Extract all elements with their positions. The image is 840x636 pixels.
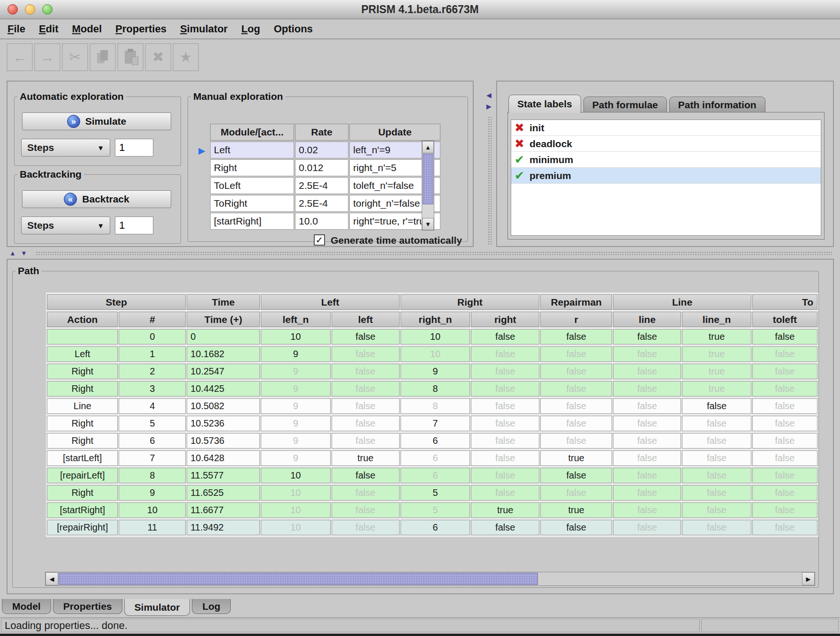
backtrack-button[interactable]: « Backtrack	[22, 190, 171, 208]
generate-time-checkbox[interactable]: ✓	[314, 234, 325, 246]
tab-log[interactable]: Log	[192, 599, 230, 614]
path-column-header[interactable]: Action	[47, 312, 118, 327]
path-table-cell: false	[752, 502, 817, 518]
backtrack-steps-combo[interactable]: Steps ▼	[21, 217, 110, 234]
path-table-cell: true	[540, 450, 612, 466]
menu-item-options[interactable]: Options	[274, 23, 313, 35]
path-column-header[interactable]: line	[613, 312, 681, 327]
path-table: StepTimeLeftRightRepairmanLineToAction#T…	[46, 292, 818, 537]
collapse-up-icon[interactable]: ▲	[9, 250, 16, 256]
path-table-row[interactable]: [repairLeft]811.557710false6falsefalsefa…	[47, 468, 817, 483]
tab-simulator[interactable]: Simulator	[124, 599, 190, 616]
menu-item-model[interactable]: Model	[72, 23, 102, 35]
menu-item-properties[interactable]: Properties	[115, 23, 166, 35]
manual-column-header[interactable]: Update	[349, 124, 440, 141]
star-icon: ★	[180, 50, 192, 64]
menu-item-simulator[interactable]: Simulator	[180, 23, 227, 35]
menu-item-edit[interactable]: Edit	[39, 23, 59, 35]
menu-item-log[interactable]: Log	[241, 23, 260, 35]
path-table-cell: 11	[119, 520, 186, 535]
path-horizontal-scrollbar[interactable]: ◀ ▶	[45, 572, 815, 586]
path-table-row[interactable]: Right610.57369false6falsefalsefalsefalse…	[47, 433, 817, 449]
path-column-header[interactable]: #	[119, 312, 186, 327]
path-column-header[interactable]: right	[471, 312, 539, 327]
copy-button[interactable]	[90, 43, 116, 71]
state-label-item-init[interactable]: ✖init	[511, 120, 821, 136]
path-table-row[interactable]: [repairRight]1111.949210false6falsefalse…	[47, 520, 817, 535]
path-column-header[interactable]: toleft	[752, 312, 817, 327]
cut-button[interactable]: ✂	[62, 43, 88, 71]
backtrack-icon: «	[64, 193, 77, 206]
path-table-row[interactable]: Right510.52369false7falsefalsefalsefalse…	[47, 416, 817, 431]
simulate-steps-input[interactable]	[115, 139, 153, 157]
state-label-item-minimum[interactable]: ✔minimum	[511, 152, 821, 168]
manual-column-header[interactable]: Rate	[295, 124, 348, 141]
path-table-cell: 10.5736	[187, 433, 260, 449]
status-message: Loading properties... done.	[1, 619, 700, 632]
path-column-header[interactable]: r	[540, 312, 612, 327]
path-table-row[interactable]: 0010false10falsefalsefalsetruefalse	[47, 329, 817, 344]
path-table-cell: 8	[401, 398, 470, 414]
scrollbar-thumb[interactable]	[423, 154, 433, 204]
state-label-item-deadlock[interactable]: ✖deadlock	[511, 136, 821, 152]
manual-table-row[interactable]: [startRight]10.0right'=true, r'=tru	[210, 213, 440, 230]
manual-table-cell: 0.02	[295, 142, 348, 158]
path-table-cell: false	[752, 485, 817, 501]
manual-table-row[interactable]: Right0.012right_n'=5	[210, 159, 440, 176]
path-table-row[interactable]: [startRight]1011.667710false5truetruefal…	[47, 502, 817, 518]
scrollbar-thumb[interactable]	[59, 573, 538, 585]
tab-state-labels[interactable]: State labels	[508, 95, 581, 113]
path-column-header[interactable]: line_n	[682, 312, 751, 327]
backtrack-steps-input[interactable]	[115, 217, 153, 234]
horizontal-splitter[interactable]: ▲ ▼	[7, 249, 834, 257]
manual-table-scrollbar[interactable]: ▲ ▼	[422, 141, 434, 231]
collapse-left-icon[interactable]: ◀	[486, 92, 492, 98]
path-table-row[interactable]: [startLeft]710.64289true6falsetruefalsef…	[47, 450, 817, 466]
collapse-down-icon[interactable]: ▼	[21, 250, 27, 256]
scroll-left-button[interactable]: ◀	[45, 572, 58, 585]
simulate-button[interactable]: » Simulate	[22, 112, 171, 130]
scroll-right-button[interactable]: ▶	[802, 572, 815, 585]
manual-column-header[interactable]: Module/[act...	[210, 124, 294, 141]
path-column-header[interactable]: right_n	[401, 312, 470, 327]
scroll-up-button[interactable]: ▲	[422, 141, 434, 153]
path-table-cell: false	[613, 398, 681, 414]
path-table-cell: false	[613, 346, 681, 362]
simulate-steps-combo[interactable]: Steps ▼	[21, 139, 110, 157]
tab-model[interactable]: Model	[2, 599, 51, 614]
manual-table-row[interactable]: ToLeft2.5E-4toleft_n'=false	[210, 177, 440, 194]
tab-path-information[interactable]: Path information	[669, 97, 765, 113]
state-label-item-premium[interactable]: ✔premium	[511, 168, 821, 184]
manual-table-cell: [startRight]	[210, 213, 294, 230]
collapse-right-icon[interactable]: ▶	[486, 103, 492, 110]
tab-properties[interactable]: Properties	[53, 599, 122, 614]
path-table-row[interactable]: Right310.44259false8falsefalsefalsetruef…	[47, 381, 817, 397]
green-check-icon: ✔	[515, 170, 524, 181]
automatic-exploration-title: Automatic exploration	[17, 91, 126, 102]
vertical-splitter[interactable]: ◀ ▶	[486, 81, 493, 247]
path-table-row[interactable]: Line410.50829false8falsefalsefalsefalsef…	[47, 398, 817, 414]
path-table-row[interactable]: Right911.652510false5falsefalsefalsefals…	[47, 485, 817, 501]
redo-button[interactable]: →	[34, 43, 61, 71]
path-table-cell: 9	[401, 364, 470, 379]
delete-button[interactable]: ✖	[145, 43, 171, 71]
redo-icon: →	[40, 50, 54, 64]
manual-table-row[interactable]: Left0.02left_n'=9	[210, 142, 440, 158]
tab-path-formulae[interactable]: Path formulae	[583, 97, 667, 113]
splitter-grip	[488, 116, 492, 245]
state-label-text: minimum	[530, 154, 573, 165]
paste-button[interactable]	[117, 43, 144, 71]
star-button[interactable]: ★	[173, 43, 199, 71]
path-column-header[interactable]: left	[332, 312, 400, 327]
undo-button[interactable]: ←	[7, 43, 33, 71]
path-table-row[interactable]: Left110.16829false10falsefalsefalsetruef…	[47, 346, 817, 362]
path-column-header[interactable]: left_n	[261, 312, 331, 327]
manual-table-row[interactable]: ToRight2.5E-4toright_n'=false	[210, 195, 440, 212]
path-column-header[interactable]: Time (+)	[187, 312, 260, 327]
path-table-cell: false	[682, 485, 751, 501]
scroll-down-button[interactable]: ▼	[422, 218, 434, 230]
path-table-cell: 10.4425	[187, 381, 260, 397]
path-table-cell: 10	[401, 346, 470, 362]
path-table-row[interactable]: Right210.25479false9falsefalsefalsetruef…	[47, 364, 817, 379]
menu-item-file[interactable]: File	[8, 23, 25, 35]
